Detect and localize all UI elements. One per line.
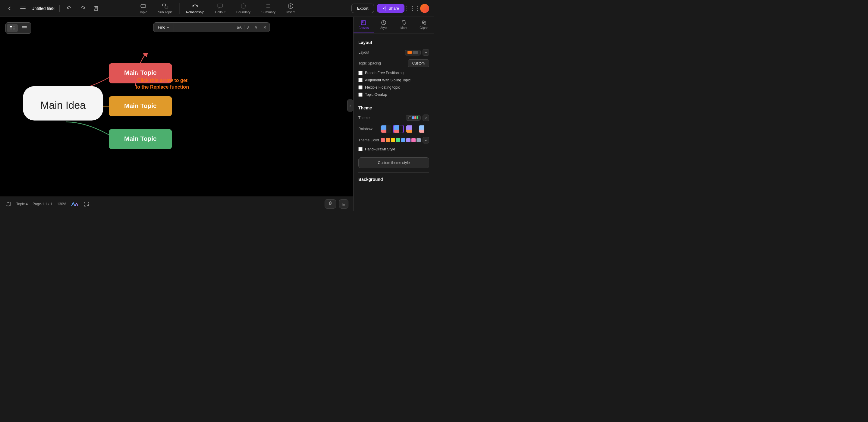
layout-dropdown[interactable] [423,49,429,56]
bottom-bar: Topic 4 Page-1 1 / 1 130% fn [0,197,353,211]
annotation: Click this arrow to get to the Replace f… [118,53,154,90]
mouse-button[interactable] [324,199,336,209]
save-button[interactable] [91,4,101,13]
color-pink[interactable] [411,138,415,142]
avatar [420,4,429,13]
find-bar: Find aA ∧ ∨ ✕ [153,22,270,32]
svg-text:Main Topic: Main Topic [124,102,157,109]
panel-tabs: Canvas Style Mark Clipart [353,17,434,33]
redo-button[interactable] [78,4,87,13]
find-close-button[interactable]: ✕ [260,23,270,32]
panel-content: Layout Layout [353,33,434,211]
layout-section-title: Layout [358,40,429,45]
svg-point-13 [385,6,386,7]
find-input[interactable] [174,23,235,32]
undo-button[interactable] [64,4,74,13]
panel-collapse-button[interactable]: › [347,99,353,112]
divider [59,5,60,12]
apps-button[interactable]: ⋮⋮⋮ [407,4,417,13]
find-nav: ∧ ∨ ✕ [244,23,270,32]
rainbow-swatch-4[interactable] [418,125,429,133]
topbar-right: Export Share ⋮⋮⋮ [351,4,429,13]
theme-color-label: Theme Color [358,138,379,142]
branch-free-label: Branch Free Positioning [365,71,404,75]
svg-text:Main Idea: Main Idea [40,99,86,111]
tab-clipart[interactable]: Clipart [414,17,434,33]
color-yellow[interactable] [391,138,395,142]
theme-row: Theme [358,115,429,121]
theme-dropdown[interactable] [423,115,429,121]
toolbar-center: Topic Sub Topic Relationship Callout Bou… [134,1,300,16]
book-icon-item[interactable] [5,201,11,207]
svg-rect-34 [361,21,366,25]
rainbow-swatch-1[interactable] [380,125,391,133]
tab-style[interactable]: Style [374,17,394,33]
export-button[interactable]: Export [351,4,374,13]
svg-text:Main Topic: Main Topic [124,135,157,142]
tool-topic[interactable]: Topic [134,1,153,16]
layout-label: Layout [358,50,369,55]
svg-point-9 [192,5,193,7]
rainbow-label: Rainbow [358,127,373,131]
color-orange[interactable] [386,138,390,142]
topbar-left: Untitled file8 [5,4,101,13]
svg-rect-5 [95,9,97,10]
flexible-checkbox[interactable] [358,85,363,90]
fullscreen-icon[interactable] [84,201,89,207]
rainbow-swatch-3[interactable] [406,125,416,133]
right-panel: Canvas Style Mark Clipart Layout Layout [353,17,434,211]
layout-row: Layout [358,49,429,56]
theme-color-row: Theme Color [358,137,429,144]
overlap-row: Topic Overlap [358,93,429,97]
tool-callout[interactable]: Callout [210,1,231,16]
find-next-button[interactable]: ∨ [252,23,260,31]
color-blue[interactable] [401,138,405,142]
find-aa-toggle[interactable]: aA [235,25,244,30]
hand-drawn-row: Hand–Drawn Style [358,147,429,151]
hand-drawn-label: Hand–Drawn Style [365,147,395,151]
tab-canvas[interactable]: Canvas [353,17,374,33]
share-button[interactable]: Share [377,4,404,13]
tool-summary[interactable]: Summary [256,1,281,16]
theme-section-title: Theme [358,106,429,110]
mindmap-svg: Main Idea Main Topic Main Topic Main Top… [0,17,258,195]
tool-relationship[interactable]: Relationship [181,1,210,16]
hand-drawn-checkbox[interactable] [358,147,363,151]
tool-boundary[interactable]: Boundary [231,1,256,16]
alignment-label: Alignment With Sibling Topic [365,78,410,82]
svg-point-37 [422,21,424,23]
find-button[interactable]: Find [154,23,174,32]
tool-subtopic[interactable]: Sub Topic [153,1,178,16]
custom-theme-button[interactable]: Custom theme style [358,157,429,168]
file-title: Untitled file8 [31,6,55,11]
svg-rect-2 [20,10,26,10]
zoom-level: 130% [57,202,66,206]
back-button[interactable] [5,4,14,13]
svg-rect-4 [95,6,97,7]
tool-insert[interactable]: Insert [281,1,300,16]
tab-mark[interactable]: Mark [394,17,414,33]
color-bar [381,138,421,142]
branch-free-checkbox[interactable] [358,71,363,75]
custom-button[interactable]: Custom [408,59,429,67]
rainbow-swatch-2[interactable] [393,125,404,133]
alignment-checkbox[interactable] [358,78,363,82]
theme-color-dropdown[interactable] [423,137,429,144]
brand-icon [71,202,79,206]
topic-spacing-label: Topic Spacing [358,61,381,65]
main: Find aA ∧ ∨ ✕ [0,17,434,211]
topic-count: Topic 4 [16,202,28,206]
theme-label: Theme [358,116,370,120]
overlap-checkbox[interactable] [358,93,363,97]
bottom-right: fn [324,199,348,209]
fn-button[interactable]: fn [339,199,348,209]
color-purple[interactable] [406,138,410,142]
flexible-row: Flexible Floating topic [358,85,429,90]
flexible-label: Flexible Floating topic [365,85,400,90]
menu-button[interactable] [18,4,28,13]
color-green[interactable] [396,138,400,142]
find-prev-button[interactable]: ∧ [244,23,252,31]
color-gray[interactable] [416,138,421,142]
canvas[interactable]: Find aA ∧ ∨ ✕ [0,17,353,211]
color-red[interactable] [381,138,385,142]
